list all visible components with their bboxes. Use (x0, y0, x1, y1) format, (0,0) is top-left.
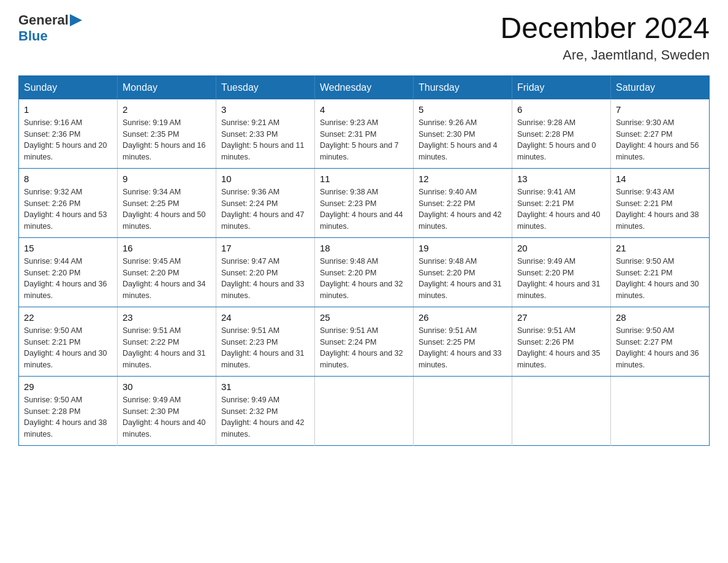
calendar-cell: 10 Sunrise: 9:36 AMSunset: 2:24 PMDaylig… (216, 168, 315, 237)
calendar-cell (611, 376, 710, 445)
day-number: 26 (419, 312, 507, 323)
weekday-header-sunday: Sunday (19, 75, 118, 99)
day-number: 24 (221, 312, 309, 323)
calendar-cell: 4 Sunrise: 9:23 AMSunset: 2:31 PMDayligh… (315, 99, 414, 169)
logo-text-general: General (18, 12, 69, 28)
page-header: General Blue December 2024 Are, Jaemtlan… (18, 12, 710, 63)
calendar-week-row: 1 Sunrise: 9:16 AMSunset: 2:36 PMDayligh… (19, 99, 710, 169)
calendar-cell: 24 Sunrise: 9:51 AMSunset: 2:23 PMDaylig… (216, 307, 315, 376)
calendar-cell: 13 Sunrise: 9:41 AMSunset: 2:21 PMDaylig… (512, 168, 611, 237)
day-info: Sunrise: 9:41 AMSunset: 2:21 PMDaylight:… (517, 186, 605, 232)
day-info: Sunrise: 9:51 AMSunset: 2:25 PMDaylight:… (419, 325, 507, 371)
day-info: Sunrise: 9:28 AMSunset: 2:28 PMDaylight:… (517, 117, 605, 163)
day-number: 3 (221, 104, 309, 115)
day-number: 9 (123, 174, 211, 184)
weekday-header-wednesday: Wednesday (315, 75, 414, 99)
calendar-cell: 29 Sunrise: 9:50 AMSunset: 2:28 PMDaylig… (19, 376, 118, 445)
calendar-cell: 2 Sunrise: 9:19 AMSunset: 2:35 PMDayligh… (118, 99, 216, 169)
day-info: Sunrise: 9:48 AMSunset: 2:20 PMDaylight:… (419, 256, 507, 302)
calendar-cell: 8 Sunrise: 9:32 AMSunset: 2:26 PMDayligh… (19, 168, 118, 237)
day-info: Sunrise: 9:51 AMSunset: 2:22 PMDaylight:… (123, 325, 211, 371)
day-number: 15 (24, 243, 112, 253)
calendar-cell: 26 Sunrise: 9:51 AMSunset: 2:25 PMDaylig… (414, 307, 512, 376)
weekday-header-thursday: Thursday (414, 75, 512, 99)
logo-triangle-icon (70, 14, 83, 28)
weekday-header-tuesday: Tuesday (216, 75, 315, 99)
calendar-cell: 5 Sunrise: 9:26 AMSunset: 2:30 PMDayligh… (414, 99, 512, 169)
calendar-cell: 30 Sunrise: 9:49 AMSunset: 2:30 PMDaylig… (118, 376, 216, 445)
calendar-cell: 23 Sunrise: 9:51 AMSunset: 2:22 PMDaylig… (118, 307, 216, 376)
day-number: 28 (616, 312, 704, 323)
day-info: Sunrise: 9:51 AMSunset: 2:23 PMDaylight:… (221, 325, 309, 371)
day-info: Sunrise: 9:51 AMSunset: 2:26 PMDaylight:… (517, 325, 605, 371)
day-number: 27 (517, 312, 605, 323)
calendar-cell: 11 Sunrise: 9:38 AMSunset: 2:23 PMDaylig… (315, 168, 414, 237)
day-info: Sunrise: 9:38 AMSunset: 2:23 PMDaylight:… (320, 186, 408, 232)
day-info: Sunrise: 9:51 AMSunset: 2:24 PMDaylight:… (320, 325, 408, 371)
day-info: Sunrise: 9:48 AMSunset: 2:20 PMDaylight:… (320, 256, 408, 302)
day-number: 7 (616, 104, 704, 115)
day-info: Sunrise: 9:50 AMSunset: 2:21 PMDaylight:… (24, 325, 112, 371)
calendar-cell: 18 Sunrise: 9:48 AMSunset: 2:20 PMDaylig… (315, 237, 414, 307)
day-info: Sunrise: 9:40 AMSunset: 2:22 PMDaylight:… (419, 186, 507, 232)
day-number: 31 (221, 381, 309, 392)
day-info: Sunrise: 9:32 AMSunset: 2:26 PMDaylight:… (24, 186, 112, 232)
calendar-cell: 6 Sunrise: 9:28 AMSunset: 2:28 PMDayligh… (512, 99, 611, 169)
calendar-cell: 22 Sunrise: 9:50 AMSunset: 2:21 PMDaylig… (19, 307, 118, 376)
day-number: 2 (123, 104, 211, 115)
calendar-cell: 14 Sunrise: 9:43 AMSunset: 2:21 PMDaylig… (611, 168, 710, 237)
calendar-cell: 3 Sunrise: 9:21 AMSunset: 2:33 PMDayligh… (216, 99, 315, 169)
day-info: Sunrise: 9:34 AMSunset: 2:25 PMDaylight:… (123, 186, 211, 232)
calendar-cell: 7 Sunrise: 9:30 AMSunset: 2:27 PMDayligh… (611, 99, 710, 169)
month-year-title: December 2024 (500, 12, 710, 45)
day-info: Sunrise: 9:49 AMSunset: 2:20 PMDaylight:… (517, 256, 605, 302)
day-info: Sunrise: 9:45 AMSunset: 2:20 PMDaylight:… (123, 256, 211, 302)
calendar-cell: 9 Sunrise: 9:34 AMSunset: 2:25 PMDayligh… (118, 168, 216, 237)
day-number: 29 (24, 381, 112, 392)
calendar-week-row: 8 Sunrise: 9:32 AMSunset: 2:26 PMDayligh… (19, 168, 710, 237)
calendar-table: SundayMondayTuesdayWednesdayThursdayFrid… (18, 75, 710, 446)
calendar-cell: 15 Sunrise: 9:44 AMSunset: 2:20 PMDaylig… (19, 237, 118, 307)
day-number: 6 (517, 104, 605, 115)
weekday-header-friday: Friday (512, 75, 611, 99)
calendar-week-row: 22 Sunrise: 9:50 AMSunset: 2:21 PMDaylig… (19, 307, 710, 376)
day-info: Sunrise: 9:30 AMSunset: 2:27 PMDaylight:… (616, 117, 704, 163)
day-number: 14 (616, 174, 704, 184)
day-number: 25 (320, 312, 408, 323)
day-info: Sunrise: 9:36 AMSunset: 2:24 PMDaylight:… (221, 186, 309, 232)
logo: General Blue (18, 12, 83, 44)
day-info: Sunrise: 9:50 AMSunset: 2:27 PMDaylight:… (616, 325, 704, 371)
day-number: 21 (616, 243, 704, 253)
day-info: Sunrise: 9:50 AMSunset: 2:28 PMDaylight:… (24, 394, 112, 440)
day-number: 10 (221, 174, 309, 184)
day-info: Sunrise: 9:49 AMSunset: 2:30 PMDaylight:… (123, 394, 211, 440)
weekday-header-monday: Monday (118, 75, 216, 99)
calendar-cell: 31 Sunrise: 9:49 AMSunset: 2:32 PMDaylig… (216, 376, 315, 445)
calendar-cell: 25 Sunrise: 9:51 AMSunset: 2:24 PMDaylig… (315, 307, 414, 376)
day-number: 18 (320, 243, 408, 253)
day-info: Sunrise: 9:16 AMSunset: 2:36 PMDaylight:… (24, 117, 112, 163)
day-info: Sunrise: 9:23 AMSunset: 2:31 PMDaylight:… (320, 117, 408, 163)
calendar-week-row: 29 Sunrise: 9:50 AMSunset: 2:28 PMDaylig… (19, 376, 710, 445)
calendar-cell: 28 Sunrise: 9:50 AMSunset: 2:27 PMDaylig… (611, 307, 710, 376)
day-info: Sunrise: 9:26 AMSunset: 2:30 PMDaylight:… (419, 117, 507, 163)
day-number: 30 (123, 381, 211, 392)
day-info: Sunrise: 9:47 AMSunset: 2:20 PMDaylight:… (221, 256, 309, 302)
calendar-cell: 27 Sunrise: 9:51 AMSunset: 2:26 PMDaylig… (512, 307, 611, 376)
weekday-header-row: SundayMondayTuesdayWednesdayThursdayFrid… (19, 75, 710, 99)
location-subtitle: Are, Jaemtland, Sweden (500, 47, 710, 63)
day-number: 12 (419, 174, 507, 184)
day-info: Sunrise: 9:49 AMSunset: 2:32 PMDaylight:… (221, 394, 309, 440)
calendar-cell: 21 Sunrise: 9:50 AMSunset: 2:21 PMDaylig… (611, 237, 710, 307)
day-number: 13 (517, 174, 605, 184)
calendar-cell (414, 376, 512, 445)
calendar-cell (512, 376, 611, 445)
day-info: Sunrise: 9:50 AMSunset: 2:21 PMDaylight:… (616, 256, 704, 302)
calendar-cell: 17 Sunrise: 9:47 AMSunset: 2:20 PMDaylig… (216, 237, 315, 307)
day-number: 11 (320, 174, 408, 184)
day-number: 4 (320, 104, 408, 115)
day-info: Sunrise: 9:21 AMSunset: 2:33 PMDaylight:… (221, 117, 309, 163)
calendar-cell: 1 Sunrise: 9:16 AMSunset: 2:36 PMDayligh… (19, 99, 118, 169)
logo-text-blue: Blue (18, 28, 48, 44)
calendar-week-row: 15 Sunrise: 9:44 AMSunset: 2:20 PMDaylig… (19, 237, 710, 307)
